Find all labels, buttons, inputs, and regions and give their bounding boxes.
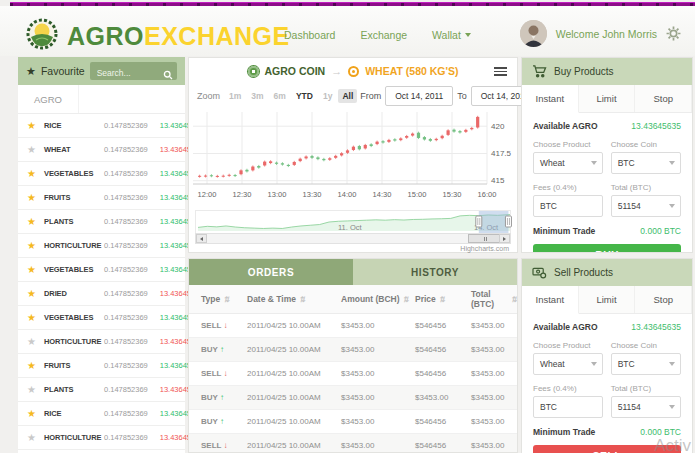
brand-logo[interactable]: AGROEXCHANGE [24,16,290,56]
order-row[interactable]: SELL ↓ 2011/04/25 10.00AM $3453.00 $5464… [189,362,517,386]
zoom-range-button[interactable]: 1m [225,89,245,103]
zoom-range-button[interactable]: All [338,89,357,103]
total-select[interactable]: 51154 [611,195,681,217]
favourite-row[interactable]: ★ DRIED 0.147852369 13.436456 % ↓ [18,282,185,306]
search-icon[interactable] [163,66,173,84]
column-header[interactable]: Amount (BCH) [341,294,415,304]
orders-tab[interactable]: HISTORY [353,259,517,285]
chart-navigator[interactable]: 11. Oct14. Oct [195,210,511,233]
sort-icon[interactable] [439,294,445,304]
order-row[interactable]: SELL ↓ 2011/04/25 10.00AM $3453.00 $5464… [189,314,517,338]
gear-icon[interactable] [666,26,681,41]
column-header[interactable]: Total (BTC) [471,289,517,309]
orders-tab[interactable]: ORDERS [189,259,353,285]
candlestick-chart[interactable]: 12:0012:3013:0013:3014:0014:3015:0015:30… [189,108,517,208]
chart-scrollbar[interactable] [195,233,511,244]
money-icon [532,266,547,279]
svg-text:13:30: 13:30 [303,190,322,199]
sort-icon[interactable] [299,294,305,304]
coin-select[interactable]: BTC [611,353,681,375]
fees-input[interactable]: BTC [533,396,603,418]
trade-tab[interactable]: Instant [522,85,579,113]
trade-tab[interactable]: Stop [635,286,692,313]
chevron-down-icon [669,204,675,208]
order-row[interactable]: BUY ↑ 2011/04/25 10.00AM $3453.00 $3453.… [189,386,517,410]
favourite-row[interactable]: ★ FRUITS 0.147852369 13.436456 % ↑ [18,186,185,210]
favourite-row[interactable]: ★ PLANTS 0.147852369 13.436456 % ↓ [18,378,185,402]
commodity-value: 0.147852369 [104,385,148,394]
coin-select[interactable]: BTC [611,152,681,174]
chart-menu-icon[interactable] [494,67,507,78]
favourite-row[interactable]: ★ WHEAT 0.147852369 13.436456 % ↓ [18,138,185,162]
scroll-right-icon[interactable] [499,234,510,243]
nav-link[interactable]: Wallat [432,29,471,41]
favourite-row[interactable]: ★ VEGETABLES 0.147852369 13.436456 % ↑ [18,162,185,186]
tab-agro[interactable]: AGRO [18,85,79,113]
star-icon[interactable]: ★ [27,216,44,227]
nav-link-label: Dashboard [284,29,335,41]
favourite-row[interactable]: ★ HORTICULTURE 0.147852369 13.436456 % ↓ [18,426,185,450]
star-icon[interactable]: ★ [27,168,44,179]
zoom-range-button[interactable]: 3m [247,89,267,103]
favourite-row[interactable]: ★ FRUITS 0.147852369 13.436456 % ↑ [18,354,185,378]
star-icon[interactable]: ★ [27,408,44,419]
from-date-input[interactable] [385,86,453,106]
star-icon[interactable]: ★ [27,384,44,395]
sort-icon[interactable] [511,294,517,304]
trade-tab[interactable]: Instant [522,286,579,314]
sort-icon[interactable] [223,294,229,304]
zoom-range-button[interactable]: YTD [292,89,317,103]
favourite-row[interactable]: ★ PLANTS 0.147852369 13.436456 % ↑ [18,210,185,234]
star-icon[interactable]: ★ [27,432,44,443]
svg-text:420: 420 [491,122,505,131]
trade-tab[interactable]: Stop [635,85,692,112]
product-select[interactable]: Wheat [533,353,603,375]
star-icon[interactable]: ★ [27,144,44,155]
column-header[interactable]: Type [201,294,247,304]
star-icon[interactable]: ★ [27,264,44,275]
star-icon[interactable]: ★ [27,312,44,323]
favourite-row[interactable]: ★ VEGETABLES 0.147852369 13.436456 % ↑ [18,306,185,330]
star-icon[interactable]: ★ [27,120,44,131]
product-select[interactable]: Wheat [533,152,603,174]
svg-text:12:00: 12:00 [198,190,217,199]
order-price: $546456 [415,345,471,354]
favourite-row[interactable]: ★ VEGETABLES 0.147852369 13.436456 % ↑ [18,258,185,282]
trade-tab[interactable]: Limit [579,85,636,112]
nav-link[interactable]: Exchange [360,29,407,41]
order-row[interactable]: BUY ↑ 2011/04/25 10.00AM $3453.00 $54645… [189,410,517,434]
sell-form: Available AGRO 13.43645635 Choose Produc… [522,314,692,453]
order-row[interactable]: BUY ↑ 2011/04/25 10.00AM $3453.00 $54645… [189,338,517,362]
column-header[interactable]: Date & Time [247,294,341,304]
brand-name-secondary: EXCHANGE [144,22,290,50]
commodity-value: 0.147852369 [104,169,148,178]
commodity-value: 0.147852369 [104,217,148,226]
star-icon[interactable]: ★ [27,360,44,371]
orders-card: ORDERSHISTORY TypeDate & TimeAmount (BCH… [188,258,518,453]
fees-input[interactable]: BTC [533,195,603,217]
total-select[interactable]: 51154 [611,396,681,418]
scroll-left-icon[interactable] [196,234,207,243]
favourite-row[interactable]: ★ RICE 0.147852369 13.436456 % ↑ [18,114,185,138]
zoom-range-button[interactable]: 6m [270,89,290,103]
star-icon[interactable]: ★ [27,288,44,299]
sort-icon[interactable] [403,294,409,304]
favourite-row[interactable]: ★ HORTICULTURE 0.147852369 13.436456 % ↓ [18,330,185,354]
fees-label: Fees (0.4%) [533,183,603,192]
buy-button[interactable]: BUY [533,244,681,253]
scrollbar-thumb[interactable] [468,234,503,243]
avatar[interactable] [520,20,547,47]
zoom-range-button[interactable]: 1y [319,89,336,103]
star-icon[interactable]: ★ [27,336,44,347]
column-header[interactable]: Price [415,294,471,304]
star-icon[interactable]: ★ [27,240,44,251]
favourite-row[interactable]: ★ HORTICULTURE 0.147852369 13.436456 % ↑ [18,234,185,258]
nav-link[interactable]: Dashboard [284,29,335,41]
highcharts-credit[interactable]: Highcharts.com [189,244,517,252]
order-row[interactable]: SELL ↓ 2011/04/25 10.00AM $3453.00 $5464… [189,434,517,453]
order-datetime: 2011/04/25 10.00AM [247,369,341,378]
trade-tab[interactable]: Limit [579,286,636,313]
available-label: Available AGRO [533,121,598,131]
star-icon[interactable]: ★ [27,192,44,203]
favourite-row[interactable]: ★ RICE 0.147852369 13.436456 % ↑ [18,402,185,426]
